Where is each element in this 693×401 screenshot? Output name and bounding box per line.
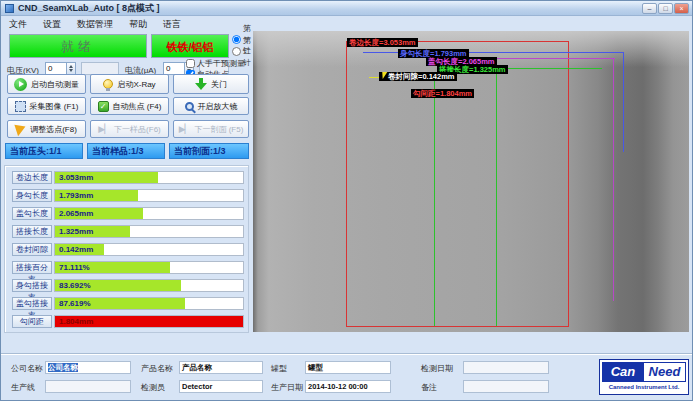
next-sample-label: 下一样品(F6) <box>114 124 161 135</box>
production-date-field[interactable]: 2014-10-12 00:00 <box>305 380 391 393</box>
inspector-field[interactable]: Detector <box>179 380 263 393</box>
xray-image-viewport[interactable]: 卷边长度=3.053mm 身勾长度=1.793mm 盖勾长度=2.065mm 搭… <box>253 31 689 332</box>
close-door-button[interactable]: 关门 <box>173 74 249 94</box>
product-name-field[interactable]: 产品名称 <box>179 361 263 374</box>
remark-label: 备注 <box>421 382 437 393</box>
measurement-value: 1.325mm <box>59 226 93 238</box>
measurement-row-cover-hook-rate: 盖勾搭接率 87.619% <box>12 297 248 310</box>
measurement-label: 搭接长度 <box>12 225 52 238</box>
remark-field[interactable] <box>463 380 549 393</box>
measurement-label: 盖勾搭接率 <box>12 297 52 310</box>
can-type-field[interactable]: 罐型 <box>305 361 391 374</box>
radio-first-needle-input[interactable] <box>232 35 241 44</box>
measurement-bar: 87.619% <box>54 297 244 310</box>
measurement-row-overlap-length: 搭接长度 1.325mm <box>12 225 248 238</box>
manual-measure-checkbox[interactable]: 人手干预测量 <box>186 58 245 69</box>
close-button[interactable]: × <box>674 3 689 14</box>
canneed-logo: Can Need Canneed Instrument Ltd. <box>599 359 689 395</box>
menu-settings[interactable]: 设置 <box>35 18 69 31</box>
measurement-value: 87.619% <box>59 298 91 310</box>
measurement-label: 身勾长度 <box>12 189 52 202</box>
next-icon: ▶▏ <box>179 124 191 134</box>
production-line-label: 生产线 <box>11 382 35 393</box>
adjust-points-button[interactable]: 调整选点(F8) <box>7 120 86 138</box>
menu-data-management[interactable]: 数据管理 <box>69 18 121 31</box>
next-section-button[interactable]: ▶▏ 下一剖面 (F5) <box>173 120 249 138</box>
measurement-bar: 3.053mm <box>54 171 244 184</box>
measurement-value: 71.111% <box>59 262 90 274</box>
next-icon: ▶▏ <box>98 124 110 134</box>
logo-need-text: Need <box>644 362 686 382</box>
overlay-line-blue-vertical <box>623 52 624 152</box>
spin-up-icon[interactable] <box>69 65 73 68</box>
measurement-bar: 71.111% <box>54 261 244 274</box>
measurement-row-body-hook: 身勾长度 1.793mm <box>12 189 248 202</box>
next-section-label: 下一剖面 (F5) <box>194 124 243 135</box>
measurement-value: 2.065mm <box>59 208 93 220</box>
product-name-label: 产品名称 <box>141 363 173 374</box>
inspect-date-field[interactable] <box>463 361 549 374</box>
measurement-label: 身勾搭接率 <box>12 279 52 292</box>
open-magnifier-button[interactable]: 开启放大镜 <box>173 97 249 115</box>
measurement-bar: 2.065mm <box>54 207 244 220</box>
overlay-label-seam-gap-text: 卷封间隙=0.142mm <box>388 72 455 81</box>
window-title: CND_SeamXLab_Auto [ 8点模式 ] <box>18 2 160 15</box>
adjust-cursor-icon <box>15 122 28 137</box>
menu-file[interactable]: 文件 <box>1 18 35 31</box>
logo-can-text: Can <box>602 362 644 382</box>
measurement-results-frame: 卷边长度 3.053mm 身勾长度 1.793mm 盖勾长度 2.065mm <box>4 165 249 333</box>
current-section-counter: 当前剖面:1/3 <box>169 143 249 159</box>
needle-radio-group: 第一针 第二针 <box>232 33 251 57</box>
start-auto-measure-label: 启动自动测量 <box>31 79 79 90</box>
measurement-value: 0.142mm <box>59 244 93 256</box>
overlay-line-purple-vertical <box>613 58 614 301</box>
magnifier-icon <box>185 102 194 111</box>
control-panel: 就绪 铁铁/铝铝 第一针 第二针 电压(KV) 0 电流(μA) 0 <box>3 31 251 353</box>
can-type-label: 罐型 <box>271 363 287 374</box>
menu-help[interactable]: 帮助 <box>121 18 155 31</box>
company-name-field[interactable]: 公司名称 <box>45 361 131 374</box>
manual-measure-checkbox-input[interactable] <box>186 59 195 68</box>
measurement-value: 1.793mm <box>59 190 93 202</box>
measurement-label: 勾间距 <box>12 315 52 328</box>
maximize-button[interactable]: □ <box>658 3 673 14</box>
measurement-row-seam-length: 卷边长度 3.053mm <box>12 171 248 184</box>
overlay-line-green-horizontal <box>496 68 602 69</box>
app-window: CND_SeamXLab_Auto [ 8点模式 ] – □ × 文件 设置 数… <box>0 0 693 401</box>
minimize-button[interactable]: – <box>642 3 657 14</box>
autofocus-button[interactable]: ✓ 自动焦点 (F4) <box>90 97 169 115</box>
autofocus-button-label: 自动焦点 (F4) <box>113 101 162 112</box>
app-icon <box>5 4 14 13</box>
start-xray-label: 启动X-Ray <box>117 79 155 90</box>
start-xray-button[interactable]: 启动X-Ray <box>90 74 169 94</box>
footer-panel: 公司名称 公司名称 产品名称 产品名称 罐型 罐型 检测日期 生产线 检测员 D… <box>1 353 692 400</box>
company-name-label: 公司名称 <box>11 363 43 374</box>
measurement-label: 卷边长度 <box>12 171 52 184</box>
spin-down-icon[interactable] <box>69 69 73 72</box>
measurement-bar: 1.793mm <box>54 189 244 202</box>
measurement-value: 83.692% <box>59 280 91 292</box>
menu-language[interactable]: 语言 <box>155 18 189 31</box>
ready-status: 就绪 <box>9 34 147 58</box>
material-type-status: 铁铁/铝铝 <box>151 34 229 58</box>
close-door-label: 关门 <box>211 79 227 90</box>
production-date-label: 生产日期 <box>271 382 303 393</box>
radio-second-needle[interactable]: 第二针 <box>232 45 251 57</box>
manual-measure-label: 人手干预测量 <box>197 58 245 69</box>
overlay-line-purple-horizontal <box>491 58 615 59</box>
measurement-bar: 83.692% <box>54 279 244 292</box>
radio-second-needle-input[interactable] <box>232 47 241 56</box>
start-auto-measure-button[interactable]: 启动自动测量 <box>7 74 86 94</box>
measurement-label: 卷封间隙 <box>12 243 52 256</box>
open-magnifier-label: 开启放大镜 <box>198 101 238 112</box>
overlay-label-seam-gap: 卷封间隙=0.142mm <box>379 72 457 81</box>
inspector-label: 检测员 <box>141 382 165 393</box>
current-head-counter: 当前压头:1/1 <box>5 143 83 159</box>
overlay-label-hook-gap: 勾间距=1.804mm <box>411 89 474 98</box>
capture-image-button[interactable]: 采集图像 (F1) <box>7 97 86 115</box>
next-sample-button[interactable]: ▶▏ 下一样品(F6) <box>90 120 169 138</box>
measurement-bar: 0.142mm <box>54 243 244 256</box>
production-line-field[interactable] <box>45 380 131 393</box>
logo-subtitle: Canneed Instrument Ltd. <box>602 384 686 390</box>
title-bar[interactable]: CND_SeamXLab_Auto [ 8点模式 ] – □ × <box>1 1 692 16</box>
